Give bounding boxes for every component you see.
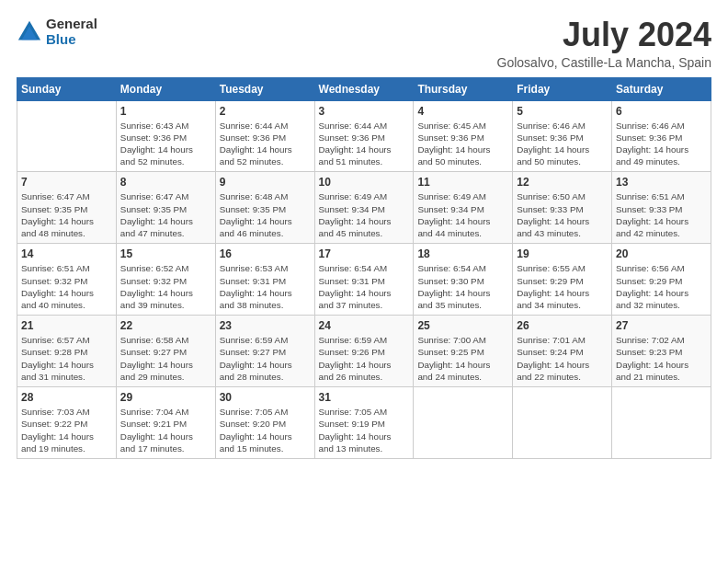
day-cell-20: 20Sunrise: 6:56 AM Sunset: 9:29 PM Dayli…	[612, 244, 711, 316]
logo-text: General Blue	[46, 17, 97, 47]
day-cell-8: 8Sunrise: 6:47 AM Sunset: 9:35 PM Daylig…	[116, 172, 215, 244]
day-cell-10: 10Sunrise: 6:49 AM Sunset: 9:34 PM Dayli…	[314, 172, 414, 244]
day-info-3: Sunrise: 6:44 AM Sunset: 9:36 PM Dayligh…	[319, 120, 410, 168]
day-info-10: Sunrise: 6:49 AM Sunset: 9:34 PM Dayligh…	[319, 190, 410, 239]
day-number-3: 3	[319, 105, 410, 118]
day-number-5: 5	[517, 105, 608, 118]
day-number-30: 30	[220, 391, 311, 404]
day-info-18: Sunrise: 6:54 AM Sunset: 9:30 PM Dayligh…	[417, 262, 508, 311]
day-number-2: 2	[220, 105, 311, 118]
day-info-6: Sunrise: 6:46 AM Sunset: 9:36 PM Dayligh…	[616, 120, 707, 168]
day-cell-12: 12Sunrise: 6:50 AM Sunset: 9:33 PM Dayli…	[513, 172, 612, 244]
day-info-21: Sunrise: 6:57 AM Sunset: 9:28 PM Dayligh…	[21, 334, 112, 383]
day-info-12: Sunrise: 6:50 AM Sunset: 9:33 PM Dayligh…	[517, 190, 608, 239]
day-number-27: 27	[616, 319, 707, 332]
day-info-1: Sunrise: 6:43 AM Sunset: 9:36 PM Dayligh…	[120, 120, 211, 168]
day-cell-15: 15Sunrise: 6:52 AM Sunset: 9:32 PM Dayli…	[116, 244, 215, 316]
day-cell-16: 16Sunrise: 6:53 AM Sunset: 9:31 PM Dayli…	[215, 244, 314, 316]
week-row-2: 7Sunrise: 6:47 AM Sunset: 9:35 PM Daylig…	[17, 172, 711, 244]
title-section: July 2024 Golosalvo, Castille-La Mancha,…	[497, 17, 711, 70]
day-cell-3: 3Sunrise: 6:44 AM Sunset: 9:36 PM Daylig…	[314, 100, 414, 172]
day-cell-28: 28Sunrise: 7:03 AM Sunset: 9:22 PM Dayli…	[17, 387, 117, 459]
weekday-header-sunday: Sunday	[17, 77, 117, 100]
day-number-14: 14	[21, 247, 112, 260]
day-cell-11: 11Sunrise: 6:49 AM Sunset: 9:34 PM Dayli…	[414, 172, 513, 244]
day-number-8: 8	[120, 176, 211, 189]
day-number-6: 6	[616, 105, 707, 118]
day-number-19: 19	[517, 247, 608, 260]
calendar: SundayMondayTuesdayWednesdayThursdayFrid…	[17, 77, 711, 459]
day-info-31: Sunrise: 7:05 AM Sunset: 9:19 PM Dayligh…	[319, 406, 410, 454]
day-cell-23: 23Sunrise: 6:59 AM Sunset: 9:27 PM Dayli…	[215, 316, 314, 387]
day-info-7: Sunrise: 6:47 AM Sunset: 9:35 PM Dayligh…	[21, 190, 112, 239]
day-info-5: Sunrise: 6:46 AM Sunset: 9:36 PM Dayligh…	[517, 120, 608, 168]
day-number-16: 16	[220, 247, 311, 260]
day-info-22: Sunrise: 6:58 AM Sunset: 9:27 PM Dayligh…	[120, 334, 211, 383]
day-cell-30: 30Sunrise: 7:05 AM Sunset: 9:20 PM Dayli…	[215, 387, 314, 459]
day-info-15: Sunrise: 6:52 AM Sunset: 9:32 PM Dayligh…	[120, 262, 211, 311]
logo-blue: Blue	[46, 32, 97, 48]
weekday-header-wednesday: Wednesday	[314, 77, 414, 100]
day-info-11: Sunrise: 6:49 AM Sunset: 9:34 PM Dayligh…	[417, 190, 508, 239]
day-number-28: 28	[21, 391, 112, 404]
day-number-23: 23	[220, 319, 311, 332]
day-info-20: Sunrise: 6:56 AM Sunset: 9:29 PM Dayligh…	[616, 262, 707, 311]
day-info-13: Sunrise: 6:51 AM Sunset: 9:33 PM Dayligh…	[616, 190, 707, 239]
location: Golosalvo, Castille-La Mancha, Spain	[497, 55, 711, 70]
day-cell-1: 1Sunrise: 6:43 AM Sunset: 9:36 PM Daylig…	[116, 100, 215, 172]
day-number-11: 11	[417, 176, 508, 189]
day-info-4: Sunrise: 6:45 AM Sunset: 9:36 PM Dayligh…	[417, 120, 508, 168]
day-cell-6: 6Sunrise: 6:46 AM Sunset: 9:36 PM Daylig…	[612, 100, 711, 172]
day-info-17: Sunrise: 6:54 AM Sunset: 9:31 PM Dayligh…	[319, 262, 410, 311]
day-cell-2: 2Sunrise: 6:44 AM Sunset: 9:36 PM Daylig…	[215, 100, 314, 172]
day-cell-5: 5Sunrise: 6:46 AM Sunset: 9:36 PM Daylig…	[513, 100, 612, 172]
day-info-28: Sunrise: 7:03 AM Sunset: 9:22 PM Dayligh…	[21, 406, 112, 454]
day-cell-26: 26Sunrise: 7:01 AM Sunset: 9:24 PM Dayli…	[513, 316, 612, 387]
day-cell-4: 4Sunrise: 6:45 AM Sunset: 9:36 PM Daylig…	[414, 100, 513, 172]
day-number-7: 7	[21, 176, 112, 189]
day-cell-7: 7Sunrise: 6:47 AM Sunset: 9:35 PM Daylig…	[17, 172, 117, 244]
day-number-12: 12	[517, 176, 608, 189]
day-number-18: 18	[417, 247, 508, 260]
day-cell-27: 27Sunrise: 7:02 AM Sunset: 9:23 PM Dayli…	[612, 316, 711, 387]
day-number-21: 21	[21, 319, 112, 332]
day-info-16: Sunrise: 6:53 AM Sunset: 9:31 PM Dayligh…	[220, 262, 311, 311]
day-cell-9: 9Sunrise: 6:48 AM Sunset: 9:35 PM Daylig…	[215, 172, 314, 244]
day-cell-22: 22Sunrise: 6:58 AM Sunset: 9:27 PM Dayli…	[116, 316, 215, 387]
day-cell-31: 31Sunrise: 7:05 AM Sunset: 9:19 PM Dayli…	[314, 387, 414, 459]
day-info-25: Sunrise: 7:00 AM Sunset: 9:25 PM Dayligh…	[417, 334, 508, 383]
day-cell-17: 17Sunrise: 6:54 AM Sunset: 9:31 PM Dayli…	[314, 244, 414, 316]
day-info-29: Sunrise: 7:04 AM Sunset: 9:21 PM Dayligh…	[120, 406, 211, 454]
weekday-header-monday: Monday	[116, 77, 215, 100]
empty-cell	[414, 387, 513, 459]
day-info-23: Sunrise: 6:59 AM Sunset: 9:27 PM Dayligh…	[220, 334, 311, 383]
page: General Blue July 2024 Golosalvo, Castil…	[0, 0, 728, 563]
day-number-20: 20	[616, 247, 707, 260]
day-info-19: Sunrise: 6:55 AM Sunset: 9:29 PM Dayligh…	[517, 262, 608, 311]
day-cell-21: 21Sunrise: 6:57 AM Sunset: 9:28 PM Dayli…	[17, 316, 117, 387]
month-title: July 2024	[497, 17, 711, 53]
empty-cell	[513, 387, 612, 459]
day-info-9: Sunrise: 6:48 AM Sunset: 9:35 PM Dayligh…	[220, 190, 311, 239]
logo-general: General	[46, 17, 97, 32]
day-number-13: 13	[616, 176, 707, 189]
day-number-24: 24	[319, 319, 410, 332]
day-number-10: 10	[319, 176, 410, 189]
day-info-27: Sunrise: 7:02 AM Sunset: 9:23 PM Dayligh…	[616, 334, 707, 383]
day-cell-25: 25Sunrise: 7:00 AM Sunset: 9:25 PM Dayli…	[414, 316, 513, 387]
day-number-22: 22	[120, 319, 211, 332]
day-info-26: Sunrise: 7:01 AM Sunset: 9:24 PM Dayligh…	[517, 334, 608, 383]
day-cell-14: 14Sunrise: 6:51 AM Sunset: 9:32 PM Dayli…	[17, 244, 117, 316]
day-info-14: Sunrise: 6:51 AM Sunset: 9:32 PM Dayligh…	[21, 262, 112, 311]
day-cell-13: 13Sunrise: 6:51 AM Sunset: 9:33 PM Dayli…	[612, 172, 711, 244]
header: General Blue July 2024 Golosalvo, Castil…	[17, 17, 711, 70]
day-number-1: 1	[120, 105, 211, 118]
weekday-header-thursday: Thursday	[414, 77, 513, 100]
weekday-header-tuesday: Tuesday	[215, 77, 314, 100]
day-number-25: 25	[417, 319, 508, 332]
day-number-17: 17	[319, 247, 410, 260]
logo: General Blue	[17, 17, 97, 47]
empty-cell	[612, 387, 711, 459]
day-number-29: 29	[120, 391, 211, 404]
day-number-31: 31	[319, 391, 410, 404]
